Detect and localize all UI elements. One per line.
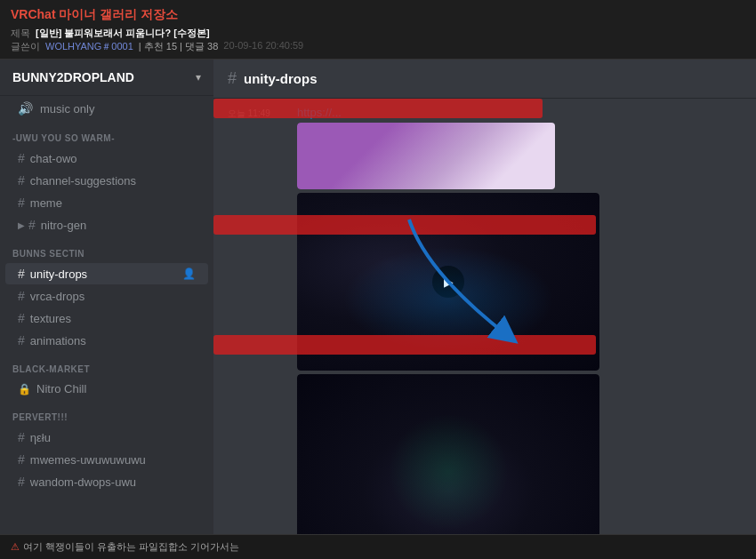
add-member-icon: 👤 — [182, 268, 196, 280]
content-area: # unity-drops 오늘 11:49 https://... — [213, 60, 756, 547]
channel-animations[interactable]: # animations — [5, 330, 208, 351]
hash-icon: # — [18, 151, 25, 165]
message-timestamp: 오늘 11:49 — [228, 106, 290, 547]
hash-icon: # — [18, 452, 25, 467]
category-black-market: BLACK-MARKET — [0, 352, 213, 378]
message-content: https://... ▶ — [297, 106, 599, 547]
voice-channel-label: music only — [40, 102, 94, 116]
author-meta: 글쓴이 WOLHYANG＃0001 | 추천 15 | 댓글 38 20-09-… — [11, 40, 745, 53]
channel-nitro-gen[interactable]: # nitro-gen — [5, 214, 208, 236]
hash-icon: # — [18, 475, 25, 489]
embed-image-1 — [297, 123, 599, 189]
chevron-down-icon: ▾ — [196, 71, 201, 84]
link-text[interactable]: https://... — [297, 106, 342, 119]
hash-icon: # — [18, 430, 25, 444]
voice-channel-music-only[interactable]: 🔊 music only — [5, 98, 208, 119]
channel-header-name: unity-drops — [244, 71, 318, 86]
hash-icon: # — [18, 333, 25, 347]
category-label: BLACK-MARKET — [12, 364, 90, 374]
channel-chat-owo[interactable]: # chat-owo — [5, 148, 208, 169]
category-label: PERVERT!!! — [12, 412, 68, 422]
hash-icon: # — [18, 196, 25, 210]
channel-header-hash-icon: # — [228, 69, 237, 88]
channel-unity-drops[interactable]: # unity-drops 👤 — [5, 263, 208, 284]
category-pervert: PERVERT!!! — [0, 400, 213, 426]
vrchat-screenshot-1 — [297, 123, 555, 189]
channel-channel-suggestions[interactable]: # channel-suggestions — [5, 170, 208, 191]
channel-nitro-chill[interactable]: 🔒 Nitro Chill — [5, 379, 208, 399]
channel-nelu[interactable]: # ηεłu — [5, 427, 208, 448]
hash-icon: # — [18, 289, 25, 303]
category-label: BUNNS SECTIN — [12, 249, 84, 259]
hash-icon: # — [28, 218, 36, 232]
message-row: 오늘 11:49 https://... ▶ — [228, 106, 742, 547]
category-bunns: BUNNS SECTIN — [0, 236, 213, 262]
server-header[interactable]: BUNNY2DROPLAND ▾ — [0, 60, 213, 96]
hash-icon: # — [18, 173, 25, 188]
category-uwu: -UWU YOU SO WARM- — [0, 121, 213, 147]
warning-icon: ⚠ — [11, 541, 20, 553]
lock-icon: 🔒 — [18, 383, 31, 395]
sidebar-channels: 🔊 music only -UWU YOU SO WARM- # chat-ow… — [0, 96, 213, 547]
top-bar: VRChat 마이너 갤러리 저장소 제목 [일반] 불피워보래서 피움니다? … — [0, 0, 756, 60]
vrchat-screenshot-2: ▶ — [297, 193, 599, 371]
vrchat-screenshot-3 — [297, 374, 599, 547]
server-name: BUNNY2DROPLAND — [12, 70, 134, 84]
play-button[interactable]: ▶ — [432, 266, 464, 298]
post-meta: 제목 [일반] 불피워보래서 피움니다? [수정본] — [11, 27, 745, 40]
bottom-bar: ⚠ 여기 핵쟁이들이 유출하는 파일집합소 기어가서는 — [0, 534, 756, 559]
channel-textures[interactable]: # textures — [5, 307, 208, 329]
hash-icon: # — [18, 267, 25, 281]
channel-header: # unity-drops — [213, 60, 756, 99]
main-layout: BUNNY2DROPLAND ▾ 🔊 music only -UWU YOU S… — [0, 60, 756, 547]
channel-meme[interactable]: # meme — [5, 192, 208, 213]
messages-area[interactable]: 오늘 11:49 https://... ▶ — [213, 99, 756, 547]
speaker-icon: 🔊 — [18, 101, 33, 116]
sidebar: BUNNY2DROPLAND ▾ 🔊 music only -UWU YOU S… — [0, 60, 213, 547]
category-label: -UWU YOU SO WARM- — [12, 133, 115, 143]
channel-wandom[interactable]: # wandom-dwops-uwu — [5, 471, 208, 492]
hash-icon: # — [18, 311, 25, 325]
bottom-bar-text: 여기 핵쟁이들이 유출하는 파일집합소 기어가서는 — [23, 540, 239, 554]
embed-image-2: ▶ — [297, 193, 599, 371]
channel-vrca-drops[interactable]: # vrca-drops — [5, 285, 208, 307]
page-title: VRChat 마이너 갤러리 저장소 — [11, 7, 745, 23]
channel-mwemes[interactable]: # mwemes-uwuwuwuwu — [5, 449, 208, 470]
embed-image-3 — [297, 374, 599, 547]
embed-images: ▶ — [297, 123, 599, 547]
